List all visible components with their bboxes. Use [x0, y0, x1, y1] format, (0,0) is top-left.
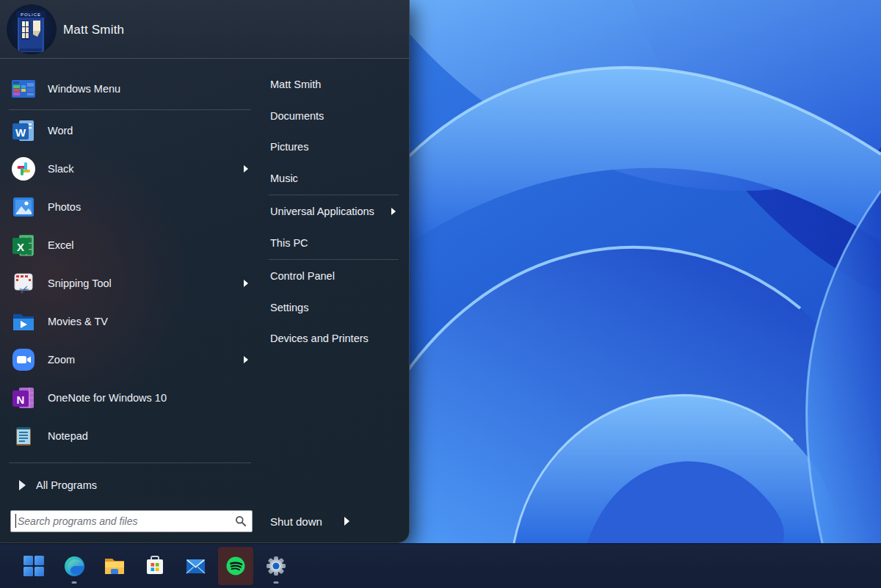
all-programs-arrow-icon [19, 480, 26, 490]
menu-item-music[interactable]: Music [267, 163, 400, 195]
menu-item-label: Photos [48, 201, 81, 213]
snipping-tool-icon: ✂ [10, 270, 37, 297]
menu-item-snipping-tool[interactable]: ✂ Snipping Tool [0, 264, 258, 302]
menu-item-zoom[interactable]: Zoom [0, 341, 258, 379]
submenu-arrow-icon [244, 280, 248, 287]
menu-item-notepad[interactable]: Notepad [0, 417, 258, 455]
tardis-police-box-avatar: POLICE [7, 4, 57, 54]
taskbar-start-button[interactable] [16, 547, 51, 585]
search-input[interactable] [10, 510, 253, 532]
taskbar-edge-button[interactable] [57, 547, 92, 585]
search-container [10, 510, 253, 532]
notepad-icon [10, 423, 37, 449]
menu-item-label: Windows Menu [48, 83, 120, 95]
running-indicator [72, 581, 77, 584]
windows-start-icon [23, 555, 45, 577]
menu-item-label: Word [48, 125, 73, 137]
text-caret [15, 514, 16, 528]
movies-tv-icon [10, 308, 37, 335]
running-indicator [274, 581, 279, 584]
microsoft-store-icon [144, 555, 166, 577]
start-menu-left-pane: Windows Menu W Word Slack [0, 59, 258, 504]
spotify-icon [224, 554, 247, 578]
photos-icon [10, 194, 37, 220]
taskbar-store-button[interactable] [137, 547, 173, 585]
taskbar-mail-button[interactable] [178, 547, 213, 585]
windows-menu-tile-icon [10, 76, 37, 102]
menu-item-label: OneNote for Windows 10 [48, 392, 167, 404]
shutdown-button[interactable]: Shut down [270, 510, 349, 532]
menu-item-control-panel[interactable]: Control Panel [267, 261, 400, 292]
taskbar-spotify-button[interactable] [218, 547, 253, 585]
submenu-arrow-icon [244, 356, 248, 363]
menu-item-movies-tv[interactable]: Movies & TV [0, 302, 258, 341]
all-programs-divider [9, 462, 251, 463]
right-pane-divider [269, 259, 399, 260]
submenu-arrow-icon [391, 208, 396, 215]
menu-item-user-folder[interactable]: Matt Smith [267, 69, 400, 101]
menu-item-onenote[interactable]: N OneNote for Windows 10 [0, 379, 258, 417]
onenote-icon: N [10, 385, 37, 411]
mail-icon [184, 555, 207, 577]
edge-browser-icon [63, 555, 86, 578]
word-icon: W [10, 117, 37, 144]
menu-item-photos[interactable]: Photos [0, 188, 258, 226]
search-icon [235, 515, 247, 527]
submenu-arrow-icon [244, 165, 248, 173]
menu-item-this-pc[interactable]: This PC [267, 228, 400, 259]
left-pane-divider [9, 109, 251, 110]
taskbar [0, 543, 881, 588]
menu-item-settings[interactable]: Settings [267, 292, 400, 324]
user-avatar[interactable]: POLICE [7, 4, 57, 54]
start-menu-right-pane: Matt Smith Documents Pictures Music Univ… [267, 69, 400, 355]
svg-text:POLICE: POLICE [21, 12, 41, 17]
menu-item-label: Excel [48, 239, 73, 251]
menu-item-devices-and-printers[interactable]: Devices and Printers [267, 323, 400, 355]
menu-item-label: Snipping Tool [48, 277, 112, 289]
settings-gear-icon [264, 554, 288, 578]
menu-item-pictures[interactable]: Pictures [267, 131, 400, 163]
start-menu-panel: POLICE Matt Smith Windo [0, 0, 410, 543]
start-menu-header: POLICE Matt Smith [0, 0, 409, 59]
all-programs-button[interactable]: All Programs [0, 467, 258, 504]
menu-item-label: Notepad [48, 430, 88, 442]
menu-item-universal-applications[interactable]: Universal Applications [267, 196, 400, 228]
menu-item-label: Zoom [48, 354, 75, 366]
zoom-icon [10, 346, 37, 373]
shutdown-options-arrow-icon [344, 517, 349, 526]
right-pane-divider [269, 195, 399, 195]
menu-item-word[interactable]: W Word [0, 112, 258, 150]
file-explorer-icon [103, 555, 126, 577]
desktop-screen: POLICE Matt Smith Windo [0, 0, 881, 588]
menu-item-windows-menu[interactable]: Windows Menu [0, 70, 258, 108]
taskbar-file-explorer-button[interactable] [97, 547, 132, 585]
svg-text:W: W [15, 126, 26, 139]
menu-item-label: Movies & TV [48, 316, 108, 327]
taskbar-settings-button[interactable] [258, 547, 294, 585]
menu-item-slack[interactable]: Slack [0, 150, 258, 188]
svg-text:N: N [17, 393, 25, 406]
menu-item-documents[interactable]: Documents [267, 101, 400, 132]
menu-item-label: Slack [48, 163, 73, 175]
svg-text:X: X [17, 241, 24, 253]
slack-icon [10, 156, 37, 182]
excel-icon: X [10, 232, 37, 258]
menu-item-excel[interactable]: X Excel [0, 226, 258, 264]
header-user-name: Matt Smith [63, 23, 124, 37]
